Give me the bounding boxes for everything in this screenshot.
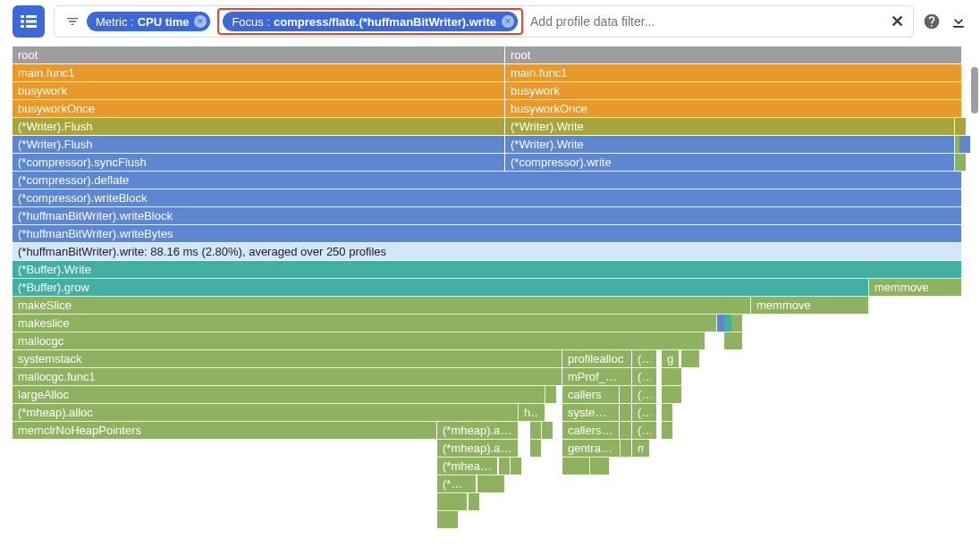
flame-frame[interactable]: [598, 458, 610, 475]
flame-frame[interactable]: [671, 386, 682, 404]
flame-frame[interactable]: [620, 422, 632, 440]
flame-frame[interactable]: g...: [662, 350, 680, 368]
flame-frame[interactable]: largeAlloc: [13, 386, 545, 404]
flame-frame[interactable]: systemst...: [562, 404, 620, 422]
flame-frame[interactable]: (*mheap)....: [437, 458, 498, 475]
flame-frame[interactable]: [499, 458, 511, 475]
frame-label: (*Writer).Write: [511, 118, 949, 136]
flame-frame[interactable]: (*Writer).Flush: [13, 118, 505, 136]
flame-frame[interactable]: mallocgc: [13, 332, 705, 350]
flame-frame[interactable]: [620, 404, 632, 422]
flame-frame[interactable]: [545, 386, 557, 404]
flame-frame[interactable]: (*compressor).writeBlock: [13, 189, 962, 207]
flame-frame[interactable]: (*compressor).deflate: [13, 172, 962, 189]
flame-frame[interactable]: (*mheap).allo...: [437, 422, 519, 440]
flame-frame[interactable]: systemstack: [13, 350, 562, 368]
flame-frame[interactable]: (*...: [632, 386, 657, 404]
flame-frame[interactable]: [662, 422, 673, 440]
flame-frame[interactable]: [511, 458, 522, 475]
frame-label: (*...: [638, 422, 651, 440]
frame-label: callers: [568, 386, 613, 404]
frame-label: (*...: [638, 368, 651, 386]
flame-frame[interactable]: memmove: [751, 297, 869, 315]
flame-frame[interactable]: [530, 422, 542, 440]
metric-chip[interactable]: Metric : CPU time ✕: [87, 12, 210, 31]
flame-frame[interactable]: main.func1: [13, 64, 505, 82]
flame-frame[interactable]: [671, 368, 682, 386]
search-input[interactable]: [530, 14, 880, 29]
frame-label: (*...: [638, 350, 651, 368]
flame-frame[interactable]: [437, 511, 459, 529]
flame-frame[interactable]: (*...: [632, 368, 657, 386]
flame-frame[interactable]: [530, 440, 542, 458]
flame-frame[interactable]: (*Writer).Flush: [13, 136, 505, 154]
frame-label: (*Writer).Flush: [18, 118, 499, 136]
flame-row: mallocgc: [13, 332, 962, 350]
flame-frame[interactable]: [437, 493, 468, 511]
flame-frame[interactable]: makeslice: [13, 315, 717, 332]
flame-frame[interactable]: busywork: [13, 82, 505, 100]
flame-frame[interactable]: [955, 154, 967, 172]
flame-row: busyworkOncebusyworkOnce: [13, 100, 962, 118]
scrollbar[interactable]: [971, 67, 978, 113]
flame-frame[interactable]: main.func1: [505, 64, 962, 82]
flame-frame[interactable]: busywork: [505, 82, 962, 100]
flame-frame[interactable]: [542, 422, 553, 440]
flame-frame[interactable]: root: [13, 46, 505, 64]
flame-frame[interactable]: [620, 386, 632, 404]
flame-frame[interactable]: busyworkOnce: [505, 100, 962, 118]
focus-chip-close[interactable]: ✕: [502, 15, 514, 28]
flame-frame[interactable]: (*mheap).allo...: [437, 440, 519, 458]
download-icon[interactable]: [950, 13, 967, 30]
flame-frame[interactable]: [621, 440, 632, 458]
flame-frame[interactable]: mallocgc.func1: [13, 368, 562, 386]
flame-frame[interactable]: [494, 475, 505, 493]
help-icon[interactable]: [923, 13, 941, 30]
search-bar[interactable]: Metric : CPU time ✕ Focus : compress/fla…: [54, 5, 914, 38]
flame-frame[interactable]: (*...: [632, 404, 657, 422]
flame-frame[interactable]: memmove: [869, 279, 962, 297]
flame-frame[interactable]: [731, 315, 743, 332]
flame-frame[interactable]: [662, 404, 673, 422]
flame-frame[interactable]: (*mheap).alloc: [13, 404, 519, 422]
flame-frame[interactable]: (*huffmanBitWriter).writeBlock: [13, 207, 962, 225]
clear-button[interactable]: ✕: [887, 12, 908, 31]
focus-chip-highlight: Focus : compress/flate.(*huffmanBitWrite…: [217, 8, 523, 35]
flame-frame[interactable]: (*Writer).Write: [505, 136, 955, 154]
list-button[interactable]: [13, 5, 45, 38]
flame-frame[interactable]: [469, 493, 480, 511]
flame-row: [13, 493, 962, 511]
flame-frame[interactable]: root: [505, 46, 962, 64]
flame-frame[interactable]: mProf_Mal...: [562, 368, 632, 386]
flame-frame[interactable]: (*Writer).Write: [505, 118, 955, 136]
flame-frame[interactable]: [579, 458, 590, 475]
flame-frame[interactable]: [731, 332, 743, 350]
flame-frame[interactable]: (*huffmanBitWriter).writeBytes: [13, 225, 962, 243]
flame-frame[interactable]: callers.fu...: [562, 422, 620, 440]
flame-frame[interactable]: (*mh...: [437, 475, 477, 493]
flame-frame[interactable]: profilealloc: [562, 350, 632, 368]
flame-frame[interactable]: [689, 350, 700, 368]
flame-frame[interactable]: (*compressor).syncFlush: [13, 154, 505, 172]
flame-frame[interactable]: (*...: [632, 350, 657, 368]
flame-frame[interactable]: (*Buffer).Write: [13, 261, 962, 279]
flame-frame[interactable]: memclrNoHeapPointers: [13, 422, 437, 440]
flame-frame[interactable]: [955, 118, 967, 136]
metric-chip-close[interactable]: ✕: [194, 15, 207, 28]
flame-frame[interactable]: m...: [632, 440, 650, 458]
flame-row: largeAlloccallers(*...: [13, 386, 962, 404]
flame-frame[interactable]: busyworkOnce: [13, 100, 505, 118]
flame-frame[interactable]: gentrace...: [562, 440, 621, 458]
flame-frame[interactable]: (*...: [632, 422, 657, 440]
flame-frame[interactable]: [959, 136, 971, 154]
flame-frame[interactable]: (*huffmanBitWriter).write: 88.16 ms (2.8…: [13, 243, 962, 261]
frame-label: mallocgc: [18, 332, 699, 350]
flame-frame[interactable]: (*Buffer).grow: [13, 279, 869, 297]
flame-frame[interactable]: callers: [562, 386, 620, 404]
flame-frame[interactable]: (*compressor).write: [505, 154, 955, 172]
focus-chip[interactable]: Focus : compress/flate.(*huffmanBitWrite…: [223, 12, 518, 31]
svg-rect-4: [21, 25, 24, 28]
flame-frame[interactable]: he...: [519, 404, 545, 422]
flame-frame[interactable]: makeSlice: [13, 297, 751, 315]
flame-graph[interactable]: rootrootmain.func1main.func1busyworkbusy…: [13, 46, 962, 529]
